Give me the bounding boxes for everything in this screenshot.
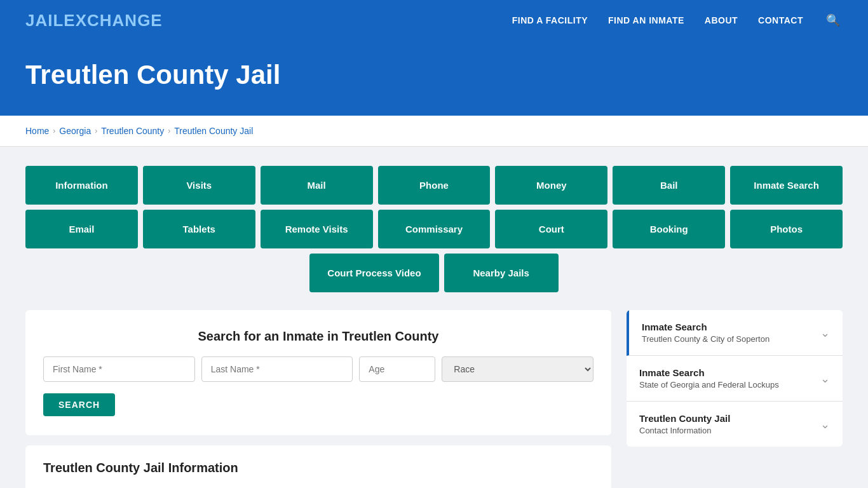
sidebar-item-title-3: Treutlen County Jail	[639, 413, 730, 424]
chevron-down-icon-1: ⌄	[820, 326, 830, 340]
btn-inmate-search[interactable]: Inmate Search	[730, 166, 843, 205]
chevron-down-icon-3: ⌄	[820, 417, 830, 431]
btn-commissary[interactable]: Commissary	[378, 210, 491, 248]
sidebar-item-sub-2: State of Georgia and Federal Lockups	[639, 380, 779, 390]
search-icon-button[interactable]: 🔍	[824, 11, 843, 30]
btn-visits[interactable]: Visits	[143, 166, 255, 205]
breadcrumb-sep-1: ›	[53, 126, 55, 135]
breadcrumb-georgia[interactable]: Georgia	[59, 126, 91, 136]
button-grid-row1: Information Visits Mail Phone Money Bail…	[25, 166, 843, 205]
first-name-input[interactable]	[43, 356, 195, 382]
sidebar-item-inmate-search-1[interactable]: Inmate Search Treutlen County & City of …	[627, 310, 843, 356]
jail-info-title: Treutlen County Jail Information	[43, 461, 593, 475]
search-button[interactable]: SEARCH	[43, 393, 115, 416]
hero-section: Treutlen County Jail	[0, 41, 868, 116]
btn-money[interactable]: Money	[495, 166, 607, 205]
btn-booking[interactable]: Booking	[613, 210, 725, 248]
search-section: Search for an Inmate in Treutlen County …	[25, 310, 611, 435]
sidebar-item-inmate-search-2[interactable]: Inmate Search State of Georgia and Feder…	[627, 356, 843, 402]
btn-email[interactable]: Email	[25, 210, 138, 248]
chevron-down-icon-2: ⌄	[820, 372, 830, 386]
search-title: Search for an Inmate in Treutlen County	[43, 329, 593, 344]
breadcrumb-home[interactable]: Home	[25, 126, 49, 136]
breadcrumb-bar: Home › Georgia › Treutlen County › Treut…	[0, 116, 868, 147]
last-name-input[interactable]	[201, 356, 353, 382]
btn-bail[interactable]: Bail	[613, 166, 725, 205]
button-grid-row3: Court Process Video Nearby Jails	[25, 254, 843, 292]
btn-court-process-video[interactable]: Court Process Video	[309, 254, 438, 292]
search-form: Race White Black Hispanic Asian Other	[43, 356, 593, 382]
btn-photos[interactable]: Photos	[730, 210, 843, 248]
main-content: Information Visits Mail Phone Money Bail…	[0, 147, 868, 488]
header: JAILEXCHANGE FIND A FACILITY FIND AN INM…	[0, 0, 868, 41]
sidebar: Inmate Search Treutlen County & City of …	[627, 310, 843, 447]
sidebar-item-title-1: Inmate Search	[642, 322, 770, 332]
logo-exchange: EXCHANGE	[64, 11, 162, 30]
breadcrumb-sep-3: ›	[168, 126, 170, 135]
btn-court[interactable]: Court	[495, 210, 607, 248]
content-area: Search for an Inmate in Treutlen County …	[25, 310, 843, 488]
btn-tablets[interactable]: Tablets	[143, 210, 255, 248]
nav-contact[interactable]: CONTACT	[758, 15, 803, 25]
breadcrumb-current: Treutlen County Jail	[174, 126, 253, 136]
page-title: Treutlen County Jail	[25, 60, 843, 90]
button-grid-row2: Email Tablets Remote Visits Commissary C…	[25, 210, 843, 248]
logo-jail: JAIL	[25, 11, 64, 30]
btn-remote-visits[interactable]: Remote Visits	[261, 210, 373, 248]
sidebar-item-title-2: Inmate Search	[639, 367, 779, 378]
sidebar-item-sub-3: Contact Information	[639, 426, 730, 435]
btn-phone[interactable]: Phone	[378, 166, 491, 205]
race-select[interactable]: Race White Black Hispanic Asian Other	[442, 356, 593, 382]
nav-find-facility[interactable]: FIND A FACILITY	[512, 15, 588, 25]
btn-information[interactable]: Information	[25, 166, 138, 205]
age-input[interactable]	[359, 356, 435, 382]
sidebar-item-sub-1: Treutlen County & City of Soperton	[642, 334, 770, 344]
nav-about[interactable]: ABOUT	[705, 15, 738, 25]
logo[interactable]: JAILEXCHANGE	[25, 11, 163, 30]
btn-nearby-jails[interactable]: Nearby Jails	[444, 254, 559, 292]
jail-info-section: Treutlen County Jail Information	[25, 445, 611, 488]
main-nav: FIND A FACILITY FIND AN INMATE ABOUT CON…	[512, 11, 843, 30]
nav-find-inmate[interactable]: FIND AN INMATE	[608, 15, 684, 25]
btn-mail[interactable]: Mail	[261, 166, 373, 205]
breadcrumb-treutlen-county[interactable]: Treutlen County	[101, 126, 164, 136]
breadcrumb: Home › Georgia › Treutlen County › Treut…	[25, 126, 843, 136]
breadcrumb-sep-2: ›	[95, 126, 97, 135]
sidebar-item-contact-info[interactable]: Treutlen County Jail Contact Information…	[627, 402, 843, 447]
